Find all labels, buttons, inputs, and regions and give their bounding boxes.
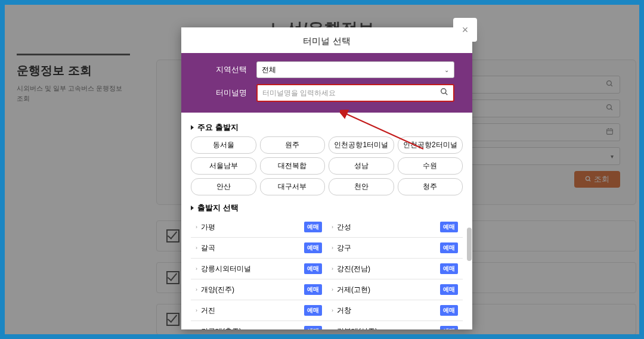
chevron-down-icon: ⌄ <box>444 67 449 73</box>
reserve-badge[interactable]: 예매 <box>304 305 322 316</box>
terminal-name: 강릉시외터미널 <box>201 264 251 274</box>
major-departure-pill[interactable]: 수원 <box>398 157 463 175</box>
major-departure-pill[interactable]: 인천공항2터미널 <box>398 136 463 154</box>
search-icon[interactable] <box>440 88 448 98</box>
major-departure-pill[interactable]: 대구서부 <box>260 178 326 195</box>
chevron-right-icon: › <box>196 266 197 272</box>
terminal-list-item[interactable]: ›개양(진주)예매 <box>191 279 327 300</box>
terminal-list-item[interactable]: ›거제(고현)예매 <box>327 279 463 300</box>
svg-line-11 <box>445 93 448 95</box>
terminal-list-item[interactable]: ›건국대(충주)예매 <box>191 321 327 329</box>
chevron-right-icon: › <box>332 328 333 329</box>
close-button[interactable]: × <box>453 18 477 42</box>
chevron-right-icon: › <box>196 287 197 293</box>
terminal-list-item[interactable]: ›강구예매 <box>327 238 463 259</box>
major-departure-pill[interactable]: 동서울 <box>191 136 256 154</box>
section-choose-departure: 출발지 선택 <box>191 199 463 217</box>
terminal-name: 강진(전남) <box>337 264 370 274</box>
terminal-name: 강구 <box>337 243 351 253</box>
scrollbar-thumb[interactable] <box>467 228 472 261</box>
major-departure-pill[interactable]: 천안 <box>329 178 394 195</box>
terminal-list-item[interactable]: ›강릉시외터미널예매 <box>191 259 327 279</box>
chevron-right-icon: › <box>332 266 333 272</box>
chevron-right-icon: › <box>332 307 333 313</box>
reserve-badge[interactable]: 예매 <box>440 263 458 274</box>
terminal-list-item[interactable]: ›간성예매 <box>327 217 463 238</box>
terminal-name: 거창 <box>337 306 351 316</box>
terminal-name: 건국대(충주) <box>201 326 242 330</box>
terminal-select-modal: × 터미널 선택 지역선택 전체 ⌄ 터미널명 <box>181 27 472 329</box>
terminal-name-input-wrap <box>256 84 454 102</box>
major-departure-pill[interactable]: 성남 <box>329 157 394 175</box>
reserve-badge[interactable]: 예매 <box>304 326 322 329</box>
terminal-name: 가평 <box>201 222 215 232</box>
major-departure-pill[interactable]: 청주 <box>398 178 463 195</box>
terminal-name: 거제(고현) <box>337 285 370 295</box>
reserve-badge[interactable]: 예매 <box>440 284 458 295</box>
terminal-name: 개양(진주) <box>201 285 234 295</box>
reserve-badge[interactable]: 예매 <box>304 284 322 295</box>
reserve-badge[interactable]: 예매 <box>304 263 322 274</box>
reserve-badge[interactable]: 예매 <box>440 242 458 253</box>
chevron-right-icon: › <box>332 287 333 293</box>
section-major-departures: 주요 출발지 <box>191 119 463 136</box>
terminal-name-label: 터미널명 <box>199 88 256 98</box>
terminal-name-input[interactable] <box>262 89 440 97</box>
terminal-name: 거진 <box>201 306 215 316</box>
close-icon: × <box>462 24 469 36</box>
major-departure-pill[interactable]: 원주 <box>260 136 326 154</box>
major-departure-pill[interactable]: 안산 <box>191 178 256 195</box>
modal-body: 주요 출발지 동서울원주인천공항1터미널인천공항2터미널서울남부대전복합성남수원… <box>181 113 472 329</box>
chevron-right-icon: › <box>332 224 333 230</box>
reserve-badge[interactable]: 예매 <box>304 242 322 253</box>
terminal-list-item[interactable]: ›갈곡예매 <box>191 238 327 259</box>
terminal-list-item[interactable]: ›가평예매 <box>191 217 327 238</box>
chevron-right-icon: › <box>196 224 197 230</box>
chevron-right-icon: › <box>196 307 197 313</box>
major-departure-pill[interactable]: 서울남부 <box>191 157 256 175</box>
chevron-right-icon: › <box>332 245 333 251</box>
region-select[interactable]: 전체 ⌄ <box>256 61 454 78</box>
terminal-name: 갈곡 <box>201 243 215 253</box>
major-departure-pill[interactable]: 대전복합 <box>260 157 326 175</box>
reserve-badge[interactable]: 예매 <box>440 222 458 232</box>
reserve-badge[interactable]: 예매 <box>304 222 322 232</box>
major-departure-grid: 동서울원주인천공항1터미널인천공항2터미널서울남부대전복합성남수원안산대구서부천… <box>191 136 463 195</box>
terminal-list-item[interactable]: ›경북대(상주)예매 <box>327 321 463 329</box>
svg-point-10 <box>441 89 446 94</box>
region-value: 전체 <box>262 65 276 75</box>
terminal-list-item[interactable]: ›강진(전남)예매 <box>327 259 463 279</box>
reserve-badge[interactable]: 예매 <box>440 305 458 316</box>
terminal-list-item[interactable]: ›거창예매 <box>327 300 463 321</box>
chevron-right-icon: › <box>196 328 197 329</box>
reserve-badge[interactable]: 예매 <box>440 326 458 329</box>
terminal-list-item[interactable]: ›거진예매 <box>191 300 327 321</box>
modal-filter-bar: 지역선택 전체 ⌄ 터미널명 <box>181 53 472 113</box>
terminal-name: 경북대(상주) <box>337 326 377 330</box>
region-label: 지역선택 <box>199 64 256 75</box>
modal-title: 터미널 선택 <box>181 27 472 53</box>
terminal-name: 간성 <box>337 222 351 232</box>
major-departure-pill[interactable]: 인천공항1터미널 <box>329 136 394 154</box>
terminal-list: ›가평예매›간성예매›갈곡예매›강구예매›강릉시외터미널예매›강진(전남)예매›… <box>191 217 463 329</box>
chevron-right-icon: › <box>196 245 197 251</box>
